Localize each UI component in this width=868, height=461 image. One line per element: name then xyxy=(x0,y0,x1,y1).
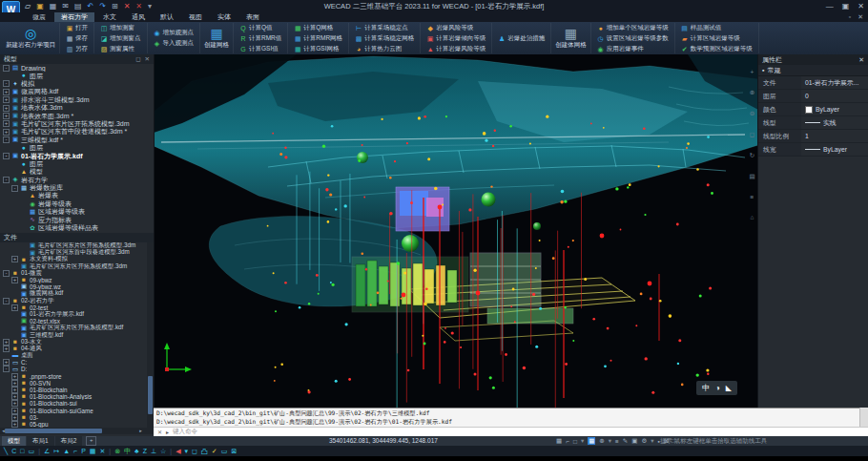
property-row[interactable]: 线型 实线 xyxy=(758,116,868,130)
tree-item[interactable]: ▣ 毛片矿区河东首中段巷道模型.3dm xyxy=(1,249,146,256)
tree-item[interactable]: + ▣ 地表水体.3dm xyxy=(1,104,146,112)
nav-layers-icon[interactable]: ▤ xyxy=(749,173,754,180)
bt-clover-icon[interactable]: ♣ xyxy=(134,448,139,454)
mail-icon[interactable]: ✉ xyxy=(62,3,69,10)
tree-item[interactable]: ▲ 模型 xyxy=(1,168,146,176)
bt-center-icon[interactable]: 中 xyxy=(124,447,131,456)
tree-expander-icon[interactable]: + xyxy=(11,408,18,414)
tree-item[interactable]: ▣ 微震网格.kdf xyxy=(1,290,146,297)
nav-pan-icon[interactable]: + xyxy=(751,69,754,75)
ribbon-button[interactable]: ▦ 计算RMR网格 xyxy=(292,33,344,43)
tree-item[interactable]: - ✦ 模拟 xyxy=(1,80,146,88)
tree-expander-icon[interactable]: + xyxy=(3,346,10,352)
tree-expander-icon[interactable]: + xyxy=(3,113,10,119)
new-file-icon[interactable]: ▱ xyxy=(25,3,31,10)
tree-item[interactable]: ∿ 应力指标表 xyxy=(1,216,146,223)
ribbon-button[interactable]: ▦ 计算Q网格 xyxy=(292,23,344,32)
ribbon-big-button[interactable]: ▦ 创建体网格 xyxy=(555,27,587,50)
open-folder-icon[interactable]: ▣ xyxy=(36,3,44,10)
viewport-3d-scene[interactable] xyxy=(154,54,758,408)
tree-expander-icon[interactable]: + xyxy=(11,256,18,262)
tree-item[interactable]: - ■ 02-岩石力学 xyxy=(1,298,146,304)
command-history-scrollbar[interactable] xyxy=(859,408,868,427)
bt-back-icon[interactable]: ◀ xyxy=(176,448,180,455)
ribbon-button[interactable]: ◪ 增加测窗点 xyxy=(98,33,143,43)
tree-item[interactable]: + ■ 水文资料-模拟 xyxy=(1,256,146,262)
tree-expander-icon[interactable]: + xyxy=(11,393,18,400)
close-doc-icon[interactable]: ✕ xyxy=(124,3,131,10)
tree-item[interactable]: ● 图层 xyxy=(1,144,146,152)
ribbon-button[interactable]: G 计算GSI值 xyxy=(238,44,283,53)
nav-zoom-out-icon[interactable]: ⊖ xyxy=(750,110,754,117)
tree-expander-icon[interactable]: + xyxy=(11,304,18,311)
nav-zoom-in-icon[interactable]: ⊕ xyxy=(750,89,754,96)
tree-item[interactable]: ● 图层 xyxy=(1,160,146,168)
tree-item[interactable]: + ■ .pnpm-store xyxy=(1,373,146,380)
tree-horizontal-scrollbar[interactable]: ◂ ▸ xyxy=(0,428,154,434)
properties-close-icon[interactable]: ✕ xyxy=(858,56,864,64)
ribbon-button[interactable]: ✔ 数学预测区域岩爆等级 xyxy=(679,44,754,53)
menu-tab[interactable]: 表面 xyxy=(239,12,266,22)
tree-item[interactable]: - ▣ 01-岩石力学展示.kdf xyxy=(1,152,146,159)
tree-item[interactable]: + ■ 09-ybwz xyxy=(1,277,146,283)
file-tree-vertical-scrollbar[interactable] xyxy=(147,242,154,428)
ribbon-button[interactable]: Q 计算Q值 xyxy=(238,23,283,32)
tree-expander-icon[interactable]: - xyxy=(3,177,10,183)
ribbon-big-button[interactable]: ▦ 创建网格 xyxy=(204,27,229,50)
add-layout-button[interactable]: + xyxy=(86,436,96,446)
ribbon-button[interactable]: ◷ 设置区域岩爆等级参数 xyxy=(595,33,671,43)
sb-grid-icon[interactable]: ▦ xyxy=(556,437,562,445)
tree-expander-icon[interactable]: + xyxy=(3,129,10,136)
property-row[interactable]: 线宽 ByLayer xyxy=(758,143,868,157)
nav-list-icon[interactable]: ≡ xyxy=(751,194,754,200)
sb-caret-icon[interactable]: ▾ xyxy=(609,437,611,445)
bt-grid-icon[interactable]: ▦ xyxy=(90,448,96,455)
ribbon-button[interactable]: ⊢ 计算采场稳定点 xyxy=(353,23,416,32)
bt-caret-icon[interactable]: ▾ xyxy=(185,448,189,455)
tree-expander-icon[interactable]: + xyxy=(3,339,10,346)
bt-z-icon[interactable]: Z xyxy=(143,448,147,454)
caret-down-icon[interactable]: ▾ xyxy=(148,3,152,10)
menu-tab[interactable]: 微震 xyxy=(26,12,52,22)
tree-item[interactable]: + ▭ C: xyxy=(1,359,146,366)
bt-box2-icon[interactable]: ◻ xyxy=(192,448,197,455)
tree-item[interactable]: + ▣ 排水溶斗三维模型.3dm xyxy=(1,96,146,104)
tree-item[interactable]: + ■ 02-test xyxy=(1,304,146,311)
tree-expander-icon[interactable]: + xyxy=(3,105,10,112)
menu-tab[interactable]: 实体 xyxy=(211,12,238,22)
tree-item[interactable]: ◉ 岩爆等级表 xyxy=(1,200,146,208)
nav-extents-icon[interactable]: ◻ xyxy=(750,131,754,138)
sb-caret-icon[interactable]: ▾ xyxy=(581,437,584,445)
tree-item[interactable]: ● 图层 xyxy=(1,72,146,79)
tree-expander-icon[interactable]: - xyxy=(3,65,10,72)
bt-sep-icon[interactable]: | xyxy=(38,448,40,454)
ribbon-button[interactable]: ▲ 计算岩爆风险等级 xyxy=(424,44,487,53)
bt-check-icon[interactable]: ✓ xyxy=(212,448,217,455)
tree-expander-icon[interactable]: + xyxy=(3,359,10,366)
tree-expander-icon[interactable]: + xyxy=(11,380,18,387)
menu-tab[interactable]: 岩石力学 xyxy=(54,12,94,22)
tree-item[interactable]: + ■ 00-SVN xyxy=(1,380,146,387)
close-all-icon[interactable]: ✕ xyxy=(135,3,142,10)
viewport-3d[interactable]: +⊕⊖◻↻▤≡⌂ 中◑◣ xyxy=(154,54,758,408)
tree-item[interactable]: ▲ 岩爆表 xyxy=(1,192,146,199)
tree-item[interactable]: + ▣ 毛片矿区河东首中段巷道模型.3dm * xyxy=(1,128,146,136)
sb-pencil-icon[interactable]: ✎ xyxy=(623,437,628,445)
tree-expander-icon[interactable]: - xyxy=(3,366,10,372)
tree-item[interactable]: ▣ 毛片矿区河东片区开拓系统模型.kdf xyxy=(1,325,146,331)
redo-icon[interactable]: ↷ xyxy=(99,3,106,10)
tree-expander-icon[interactable]: - xyxy=(11,185,18,192)
command-close-icon[interactable]: ✕ xyxy=(157,429,162,435)
tree-expander-icon[interactable]: + xyxy=(3,89,10,95)
ribbon-button[interactable]: ▤ 样品测试值 xyxy=(679,23,754,32)
tree-item[interactable]: + ■ 04-通风 xyxy=(1,346,146,352)
property-row[interactable]: 文件 01-岩石力学展示... xyxy=(758,76,868,90)
sb-rect-icon[interactable]: ▣ xyxy=(631,437,637,445)
sb-osnap-icon[interactable]: ⊕ xyxy=(599,437,604,445)
tree-expander-icon[interactable]: + xyxy=(11,373,18,380)
tree-expander-icon[interactable]: + xyxy=(3,96,10,103)
bt-perp-icon[interactable]: ⊥ xyxy=(151,448,156,455)
bt-line-icon[interactable]: ╲ xyxy=(4,448,8,455)
sb-gear-icon[interactable]: ⚙ xyxy=(641,437,647,445)
menu-tab[interactable]: 水文 xyxy=(96,12,123,22)
